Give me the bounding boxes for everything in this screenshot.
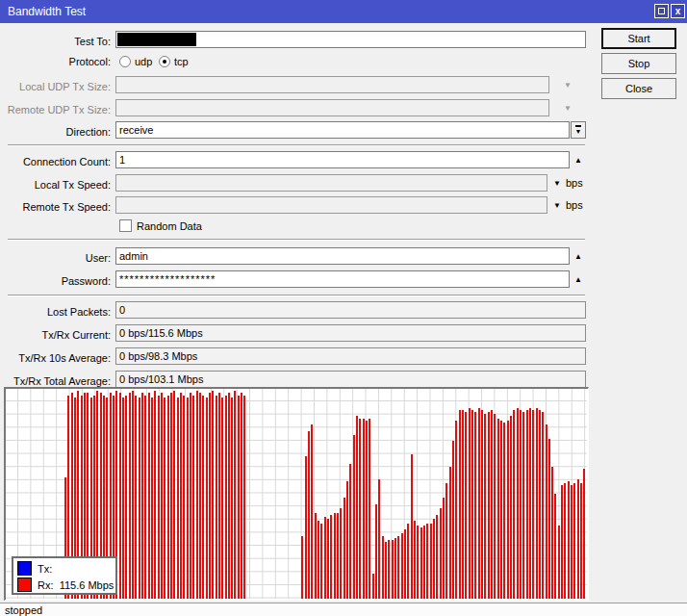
local-tx-speed-label: Local Tx Speed:: [0, 179, 111, 191]
txrx-10s-average-value: 0 bps/98.3 Mbps: [115, 347, 586, 365]
local-tx-speed-unit: bps: [566, 177, 583, 189]
rx-bar: [216, 396, 217, 599]
user-input[interactable]: admin: [115, 247, 570, 265]
rx-bar: [129, 393, 131, 599]
rx-bar: [517, 408, 519, 599]
user-label: User:: [0, 252, 111, 264]
user-up-icon[interactable]: ▲: [574, 252, 582, 261]
rx-bar: [474, 412, 476, 599]
rx-bar: [324, 517, 326, 599]
rx-bar: [154, 391, 156, 599]
protocol-tcp-label[interactable]: tcp: [174, 56, 189, 67]
rx-bar: [452, 441, 454, 599]
rx-bar: [305, 456, 307, 599]
start-button[interactable]: Start: [601, 28, 676, 49]
rx-bar: [423, 526, 425, 599]
rx-bar: [443, 498, 445, 599]
rx-bar: [455, 421, 457, 599]
connection-count-up-icon[interactable]: ▲: [574, 156, 582, 165]
rx-bar: [580, 483, 582, 599]
remote-udp-tx-size-label: Remote UDP Tx Size:: [0, 104, 111, 116]
password-label: Password:: [0, 275, 111, 287]
rx-bar: [445, 483, 447, 599]
direction-input[interactable]: receive: [115, 121, 570, 139]
rx-bar: [196, 391, 198, 599]
rx-bar: [206, 398, 208, 599]
remote-tx-speed-unit: bps: [566, 199, 583, 211]
rx-bar: [177, 398, 179, 599]
rx-bar: [340, 508, 342, 599]
lost-packets-value: 0: [115, 301, 586, 319]
connection-count-input[interactable]: 1: [115, 151, 570, 168]
direction-dropdown-button[interactable]: ▼: [571, 121, 586, 139]
close-button[interactable]: Close: [601, 78, 676, 99]
rx-bar: [526, 410, 528, 599]
rx-legend-swatch: [17, 578, 32, 592]
rx-bar: [375, 504, 377, 599]
rx-bar: [407, 524, 409, 599]
tx-legend-swatch: [17, 561, 32, 576]
rx-bar: [327, 519, 329, 599]
rx-bar: [394, 538, 396, 599]
status-bar: stopped: [0, 603, 687, 616]
rx-bar: [546, 424, 547, 599]
rx-bar: [144, 396, 146, 599]
direction-label: Direction:: [0, 126, 111, 138]
rx-bar: [161, 393, 163, 599]
rx-bar: [234, 391, 236, 599]
rx-bar: [353, 435, 355, 599]
rx-bar: [568, 481, 570, 599]
rx-bar: [132, 391, 134, 599]
rx-bar: [426, 524, 428, 599]
stop-button[interactable]: Stop: [601, 53, 676, 74]
rx-bar: [392, 540, 394, 599]
redacted-address: [117, 33, 196, 46]
rx-bar: [125, 396, 127, 599]
rx-bar: [478, 408, 480, 599]
test-to-input[interactable]: [115, 31, 586, 48]
rx-bar: [218, 393, 220, 599]
password-input[interactable]: *******************: [115, 270, 570, 288]
rx-bar: [532, 410, 534, 599]
rx-bar: [520, 410, 522, 599]
rx-bar: [349, 464, 351, 599]
rx-bar: [401, 533, 403, 599]
local-tx-speed-input: [115, 174, 547, 192]
rx-bar: [385, 542, 387, 599]
remote-udp-tx-size-input: [115, 99, 549, 116]
rx-bar: [187, 398, 189, 599]
protocol-tcp-radio[interactable]: [159, 56, 170, 67]
protocol-label: Protocol:: [0, 56, 111, 67]
title-bar[interactable]: Bandwidth Test x: [0, 0, 687, 23]
local-tx-speed-dropdown-icon[interactable]: ▼: [553, 179, 561, 188]
rx-bar: [212, 391, 214, 599]
rx-bar: [308, 431, 310, 599]
random-data-checkbox[interactable]: [119, 219, 132, 232]
maximize-button[interactable]: [654, 4, 669, 18]
rx-bar: [471, 410, 473, 599]
rx-legend-label: Rx:: [38, 579, 54, 591]
lost-packets-label: Lost Packets:: [0, 306, 111, 318]
rx-bar: [221, 398, 223, 599]
remote-tx-speed-dropdown-icon[interactable]: ▼: [553, 201, 561, 210]
rx-bar: [228, 393, 230, 599]
protocol-udp-label[interactable]: udp: [135, 56, 152, 67]
rx-bar: [536, 408, 538, 599]
tx-legend-label: Tx:: [38, 563, 52, 575]
rx-bar: [366, 421, 368, 599]
rx-bar: [158, 396, 160, 599]
window-title: Bandwidth Test: [8, 5, 86, 18]
rx-bar: [503, 423, 505, 599]
rx-bar: [382, 536, 384, 599]
rx-bar: [180, 393, 182, 599]
close-window-button[interactable]: x: [671, 4, 685, 18]
rx-bar: [417, 526, 419, 599]
password-up-icon[interactable]: ▲: [574, 275, 582, 284]
rx-bar: [583, 469, 585, 599]
rx-bar: [173, 391, 175, 599]
random-data-label: Random Data: [137, 220, 202, 232]
rx-bar: [554, 494, 556, 599]
protocol-udp-radio[interactable]: [119, 56, 131, 67]
txrx-10s-average-label: Tx/Rx 10s Average:: [0, 352, 111, 364]
rx-bar: [397, 536, 399, 599]
